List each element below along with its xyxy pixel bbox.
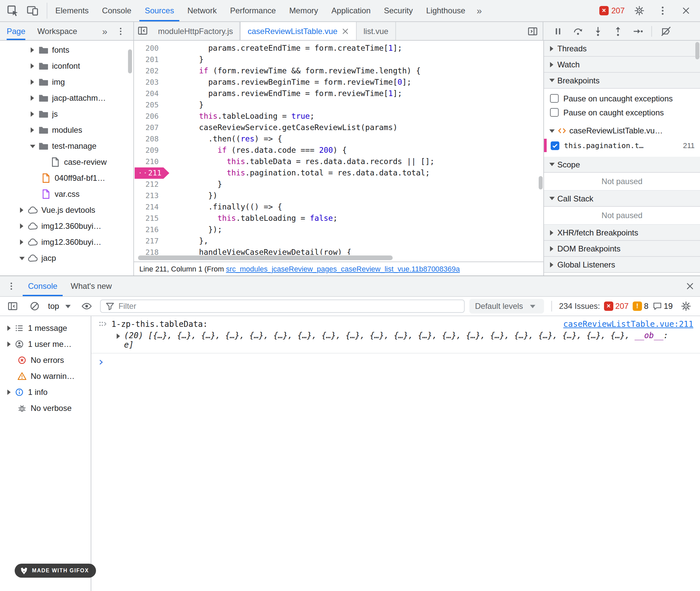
caret-right-icon[interactable] [20,223,23,229]
caret-down-icon[interactable] [549,79,555,82]
warning-issues-badge[interactable]: !8 [633,302,648,311]
caret-right-icon[interactable] [7,390,11,395]
checkbox[interactable] [550,94,559,103]
pause-on-caught-row[interactable]: Pause on caught exceptions [544,106,700,119]
line-number[interactable]: 216 [134,224,165,236]
console-settings-button[interactable] [677,298,695,315]
line-number[interactable]: 209 [134,145,165,156]
editor-tab-list-vue[interactable]: list.vue [357,22,396,40]
tree-item-img[interactable]: img [0,74,133,90]
line-number[interactable]: 210 [134,156,165,168]
tree-item-case-review[interactable]: case-review [0,154,133,170]
tree-item-var-css[interactable]: var.css [0,186,133,202]
code-area[interactable]: 200 params.createEndTime = form.createTi… [134,41,543,255]
tree-item-test-manage[interactable]: test-manage [0,138,133,154]
line-number[interactable]: 215 [134,213,165,224]
drawer-tab-console[interactable]: Console [21,276,64,296]
navigator-tab-page[interactable]: Page [7,22,25,40]
more-options-button[interactable] [654,2,671,19]
more-panels-chevron[interactable]: » [472,6,487,15]
tab-memory[interactable]: Memory [283,0,325,21]
hscroll-thumb[interactable] [138,256,393,260]
caret-right-icon[interactable] [7,326,11,331]
console-filter-no-warnin[interactable]: No warnin… [0,368,91,384]
console-filter-no-verbose[interactable]: No verbose [0,400,91,416]
line-number[interactable]: 212 [134,179,165,190]
tree-item-iconfont[interactable]: iconfont [0,58,133,74]
filter-input[interactable] [118,302,459,311]
tab-network[interactable]: Network [181,0,223,21]
tree-item-jacp-attachm[interactable]: jacp-attachm… [0,90,133,106]
section-dom-breakpoints[interactable]: DOM Breakpoints [544,241,700,257]
caret-right-icon[interactable] [31,111,34,117]
caret-right-icon[interactable] [31,63,34,69]
source-map-link[interactable]: src_modules_jcaseReview_pages_caseReview… [226,265,460,273]
caret-right-icon[interactable] [7,341,11,347]
section-xhr-fetch-breakpoints[interactable]: XHR/fetch Breakpoints [544,225,700,241]
toggle-navigator-button[interactable] [134,22,151,39]
line-number[interactable]: 200 [134,43,165,54]
toggle-console-sidebar-button[interactable] [4,298,21,315]
drawer-menu-button[interactable] [3,277,20,295]
toggle-debugger-sidebar-button[interactable] [524,22,541,40]
line-number[interactable]: 205 [134,100,165,111]
editor-vscrollbar[interactable] [539,176,543,189]
caret-right-icon[interactable] [550,62,553,67]
inspect-element-button[interactable] [4,2,21,19]
tree-item-img12-360buyi[interactable]: img12.360buyi… [0,234,133,250]
console-filter[interactable] [100,300,464,313]
navigator-more-button[interactable] [112,22,129,40]
tree-item-modules[interactable]: modules [0,122,133,138]
section-scope[interactable]: Scope [544,157,700,173]
breakpoint-marker[interactable]: ··211 [135,168,169,179]
tab-performance[interactable]: Performance [223,0,282,21]
breakpoint-checkbox[interactable] [551,141,559,150]
line-number[interactable]: 203 [134,77,165,88]
step-into-button[interactable] [589,22,607,40]
error-issues-badge[interactable]: ×207 [604,302,629,311]
line-number[interactable]: 204 [134,88,165,100]
tab-security[interactable]: Security [377,0,420,21]
caret-right-icon[interactable] [31,79,34,85]
line-number[interactable]: 214 [134,201,165,213]
console-message[interactable]: 1-zp-this.tableData: caseReviewListTable… [91,316,700,353]
section-threads[interactable]: Threads [544,41,700,57]
close-devtools-button[interactable] [677,2,695,19]
close-drawer-button[interactable] [681,277,699,295]
expand-caret-icon[interactable] [116,333,120,339]
editor-tab-modulehttpfactory-js[interactable]: moduleHttpFactory.js [151,22,240,40]
step-out-button[interactable] [609,22,627,40]
line-number[interactable]: 201 [134,54,165,65]
editor-hscrollbar[interactable] [134,255,543,261]
message-source-link[interactable]: caseReviewListTable.vue:211 [563,320,693,329]
line-number[interactable]: 213 [134,190,165,201]
more-navigator-tabs-chevron[interactable]: » [97,26,112,36]
line-number[interactable]: 217 [134,236,165,247]
caret-right-icon[interactable] [20,240,23,245]
caret-right-icon[interactable] [550,230,553,235]
error-count-badge[interactable]: × 207 [599,6,625,15]
message-issues-badge[interactable]: 19 [652,302,673,311]
tree-item-js[interactable]: js [0,106,133,122]
breakpoint-entry[interactable]: this.pagination.t…211 [544,138,700,153]
breakpoint-file-group[interactable]: caseReviewListTable.vu… [544,123,700,138]
settings-button[interactable] [631,2,648,19]
navigator-tab-workspace[interactable]: Workspace [37,22,77,40]
line-number[interactable]: 207 [134,122,165,133]
checkbox[interactable] [550,108,559,117]
pause-on-uncaught-row[interactable]: Pause on uncaught exceptions [544,91,700,106]
console-filter-no-errors[interactable]: No errors [0,352,91,368]
caret-down-icon[interactable] [19,257,25,260]
caret-down-icon[interactable] [549,197,555,200]
tree-scrollbar[interactable] [128,49,132,73]
line-number[interactable]: 202 [134,65,165,77]
line-number[interactable]: 206 [134,111,165,122]
tree-item-jacp[interactable]: jacp [0,250,133,266]
tree-item-fonts[interactable]: fonts [0,42,133,58]
section-breakpoints[interactable]: Breakpoints [544,73,700,89]
caret-right-icon[interactable] [31,127,34,133]
section-call-stack[interactable]: Call Stack [544,191,700,207]
console-filter-1-info[interactable]: 1 info [0,384,91,400]
issues-counter[interactable]: 234 Issues: ×207!819 [559,302,673,311]
pause-script-button[interactable] [549,22,567,40]
